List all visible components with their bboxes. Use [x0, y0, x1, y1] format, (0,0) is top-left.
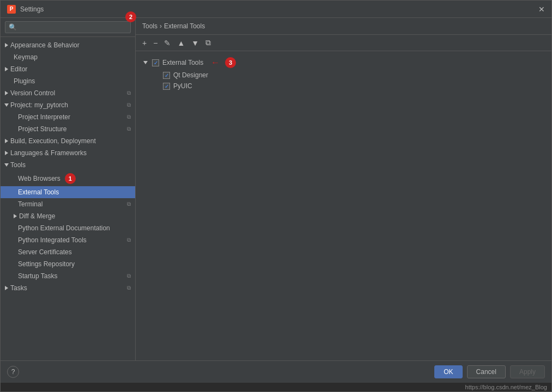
tree-expand-placeholder2	[153, 83, 160, 89]
tree-label-qt-designer: Qt Designer	[173, 71, 208, 79]
tree-label-external-tools: External Tools	[162, 59, 203, 66]
expand-icon	[5, 139, 8, 143]
breadcrumb-tools[interactable]: Tools	[142, 22, 157, 30]
expand-icon	[5, 43, 8, 47]
sidebar-item-server-certs[interactable]: Server Certificates	[1, 246, 135, 258]
sidebar-item-external-tools[interactable]: External Tools	[1, 186, 135, 198]
settings-window: P Settings ✕ 2 Appearance & Behavior Key…	[0, 0, 552, 392]
sidebar-label: Project Structure	[18, 125, 66, 133]
tree-label-pyuic: PyUIC	[173, 82, 192, 90]
sidebar-item-keymap[interactable]: Keymap	[1, 51, 135, 63]
sidebar-item-tools-group[interactable]: Tools	[1, 159, 135, 171]
sidebar-item-project-structure[interactable]: Project Structure ⧉	[1, 123, 135, 135]
sidebar-label: Python Integrated Tools	[18, 236, 87, 244]
expand-icon	[14, 214, 17, 218]
sidebar-item-terminal[interactable]: Terminal ⧉	[1, 198, 135, 210]
tree-area: External Tools ← 3 Qt Designer PyUIC	[136, 51, 551, 360]
sidebar-item-plugins[interactable]: Plugins	[1, 75, 135, 87]
breadcrumb-external-tools: External Tools	[164, 22, 205, 30]
copy-icon: ⧉	[127, 201, 131, 207]
sidebar-label: Plugins	[14, 77, 35, 85]
content-area: 2 Appearance & Behavior Keymap Editor	[1, 18, 551, 360]
move-down-button[interactable]: ▼	[189, 38, 201, 48]
move-up-button[interactable]: ▲	[175, 38, 187, 48]
title-bar: P Settings ✕	[1, 1, 551, 18]
copy-icon: ⧉	[127, 114, 131, 120]
copy-icon: ⧉	[127, 90, 131, 96]
ok-button[interactable]: OK	[434, 365, 462, 378]
url-text: https://blog.csdn.net/mez_Blog	[465, 384, 547, 390]
sidebar-label: Web Browsers	[18, 175, 60, 182]
remove-button[interactable]: −	[151, 38, 160, 48]
sidebar-item-settings-repo[interactable]: Settings Repository	[1, 258, 135, 270]
footer-buttons: OK Cancel Apply	[434, 365, 545, 378]
cancel-button[interactable]: Cancel	[467, 365, 506, 378]
expand-icon	[5, 286, 8, 290]
copy-icon: ⧉	[127, 237, 131, 243]
expand-icon	[4, 103, 9, 107]
sidebar-label: Tasks	[10, 284, 27, 292]
search-input[interactable]	[5, 21, 131, 33]
sidebar-item-python-int-tools[interactable]: Python Integrated Tools ⧉	[1, 234, 135, 246]
sidebar-label: Project: my_pytorch	[10, 101, 68, 109]
sidebar-label: Languages & Frameworks	[10, 149, 87, 157]
close-button[interactable]: ✕	[538, 5, 545, 14]
tree-item-external-tools[interactable]: External Tools ← 3	[140, 56, 547, 70]
badge-1: 1	[65, 173, 76, 184]
sidebar-label: Editor	[10, 65, 27, 73]
breadcrumb-separator: ›	[160, 22, 162, 30]
sidebar-label: Build, Execution, Deployment	[10, 137, 96, 145]
arrow-indicator: ←	[211, 58, 220, 68]
sidebar-label: Tools	[10, 161, 26, 169]
sidebar-item-python-ext-doc[interactable]: Python External Documentation	[1, 222, 135, 234]
sidebar-item-diff-merge[interactable]: Diff & Merge	[1, 210, 135, 222]
sidebar-label: Python External Documentation	[18, 224, 110, 232]
qt-designer-checkbox[interactable]	[163, 72, 170, 79]
breadcrumb: Tools › External Tools	[136, 18, 551, 35]
apply-button[interactable]: Apply	[510, 365, 545, 378]
add-button[interactable]: +	[140, 38, 149, 48]
tree-item-qt-designer[interactable]: Qt Designer	[140, 70, 547, 81]
sidebar-item-languages[interactable]: Languages & Frameworks	[1, 147, 135, 159]
sidebar-label: Server Certificates	[18, 248, 72, 256]
sidebar-label: Settings Repository	[18, 260, 75, 268]
sidebar-list: Appearance & Behavior Keymap Editor Plug…	[1, 37, 135, 360]
window-title: Settings	[20, 5, 44, 13]
expand-icon	[5, 91, 8, 95]
copy-button[interactable]: ⧉	[203, 37, 213, 48]
toolbar: + − ✎ ▲ ▼ ⧉	[136, 35, 551, 51]
pyuic-checkbox[interactable]	[163, 83, 170, 90]
sidebar-label: Terminal	[18, 200, 43, 208]
sidebar: 2 Appearance & Behavior Keymap Editor	[1, 18, 136, 360]
sidebar-label: Keymap	[14, 53, 38, 61]
sidebar-item-web-browsers[interactable]: Web Browsers 1	[1, 171, 135, 186]
expand-icon	[5, 151, 8, 155]
sidebar-label: Diff & Merge	[19, 212, 55, 220]
copy-icon: ⧉	[127, 126, 131, 132]
help-button[interactable]: ?	[7, 366, 19, 378]
sidebar-label: Appearance & Behavior	[10, 41, 80, 49]
url-bar: https://blog.csdn.net/mez_Blog	[1, 383, 551, 391]
footer: ? OK Cancel Apply	[1, 360, 551, 383]
sidebar-item-version-control[interactable]: Version Control ⧉	[1, 87, 135, 99]
search-box[interactable]: 2	[1, 18, 135, 37]
main-panel: Tools › External Tools + − ✎ ▲ ▼ ⧉	[136, 18, 551, 360]
sidebar-label: Project Interpreter	[18, 113, 70, 121]
edit-button[interactable]: ✎	[162, 38, 173, 48]
expand-icon	[5, 67, 8, 71]
sidebar-item-appearance[interactable]: Appearance & Behavior	[1, 39, 135, 51]
tree-item-pyuic[interactable]: PyUIC	[140, 81, 547, 91]
sidebar-item-startup-tasks[interactable]: Startup Tasks ⧉	[1, 270, 135, 282]
sidebar-item-project-interpreter[interactable]: Project Interpreter ⧉	[1, 111, 135, 123]
external-tools-checkbox[interactable]	[152, 59, 159, 66]
sidebar-label: External Tools	[18, 188, 59, 196]
sidebar-item-tasks[interactable]: Tasks ⧉	[1, 282, 135, 294]
sidebar-item-build[interactable]: Build, Execution, Deployment	[1, 135, 135, 147]
sidebar-item-editor[interactable]: Editor	[1, 63, 135, 75]
tree-expand-icon	[142, 59, 149, 66]
sidebar-item-project[interactable]: Project: my_pytorch ⧉	[1, 99, 135, 111]
sidebar-label: Startup Tasks	[18, 272, 57, 280]
badge-3: 3	[225, 57, 236, 68]
copy-icon: ⧉	[127, 273, 131, 279]
copy-icon: ⧉	[127, 102, 131, 108]
